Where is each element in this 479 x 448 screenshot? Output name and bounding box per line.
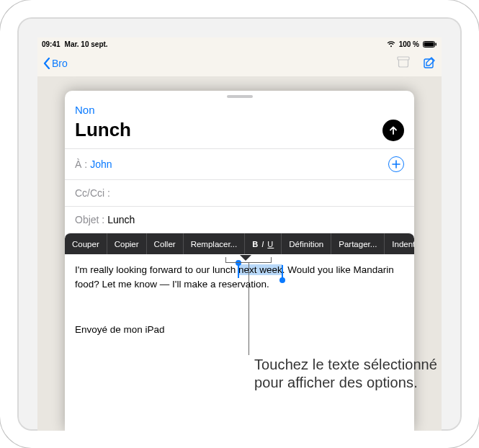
to-label: À : (75, 158, 87, 170)
compose-icon[interactable] (423, 56, 436, 71)
replace-action[interactable]: Remplacer... (184, 233, 246, 254)
status-date: Mar. 10 sept. (65, 40, 108, 48)
selection-handle-end[interactable] (282, 265, 283, 278)
callout-line (249, 263, 249, 355)
define-action[interactable]: Définition (282, 233, 331, 254)
text-selection-toolbar: Couper Copier Coller Remplacer... B I U … (65, 233, 414, 254)
arrow-up-icon (388, 125, 398, 135)
archive-icon[interactable] (397, 56, 410, 71)
svg-rect-3 (398, 57, 409, 60)
subject-field[interactable]: Objet : Lunch (65, 206, 414, 233)
status-bar: 09:41 Mar. 10 sept. 100 % (37, 37, 442, 50)
back-button[interactable]: Bro (43, 58, 68, 69)
cut-action[interactable]: Couper (65, 233, 107, 254)
send-button[interactable] (382, 120, 404, 141)
cc-label: Cc/Cci : (75, 187, 110, 199)
battery-icon (423, 41, 437, 48)
email-body[interactable]: I'm really looking forward to our lunch … (65, 254, 414, 346)
add-recipient-button[interactable] (388, 156, 404, 172)
background-toolbar: Bro (37, 50, 442, 76)
to-value: John (90, 158, 112, 170)
back-label: Bro (52, 58, 68, 69)
copy-action[interactable]: Copier (107, 233, 147, 254)
plus-icon (392, 160, 400, 169)
callout-text: Touchez le texte sélectionné pour affich… (254, 356, 442, 392)
subject-label: Objet : (75, 214, 104, 225)
callout-bracket (225, 257, 272, 263)
paste-action[interactable]: Coller (147, 233, 184, 254)
to-field[interactable]: À : John (65, 148, 414, 179)
chevron-left-icon (43, 58, 50, 69)
body-text-before: I'm really looking forward to our lunch (75, 264, 238, 275)
wifi-icon (387, 41, 395, 48)
svg-rect-1 (424, 42, 434, 46)
biu-action[interactable]: B I U (245, 233, 282, 254)
selection-handle-start[interactable] (238, 265, 239, 278)
cancel-button[interactable]: Non (75, 104, 95, 116)
compose-title: Lunch (75, 119, 382, 141)
indent-action[interactable]: Indentation (385, 233, 414, 254)
selected-text[interactable]: next week (238, 264, 282, 275)
subject-value: Lunch (107, 214, 135, 225)
svg-rect-2 (436, 42, 437, 45)
share-action[interactable]: Partager... (331, 233, 385, 254)
cc-bcc-field[interactable]: Cc/Cci : (65, 179, 414, 206)
email-signature: Envoyé de mon iPad (75, 323, 404, 337)
status-time: 09:41 (42, 40, 61, 48)
battery-percent: 100 % (399, 40, 419, 48)
